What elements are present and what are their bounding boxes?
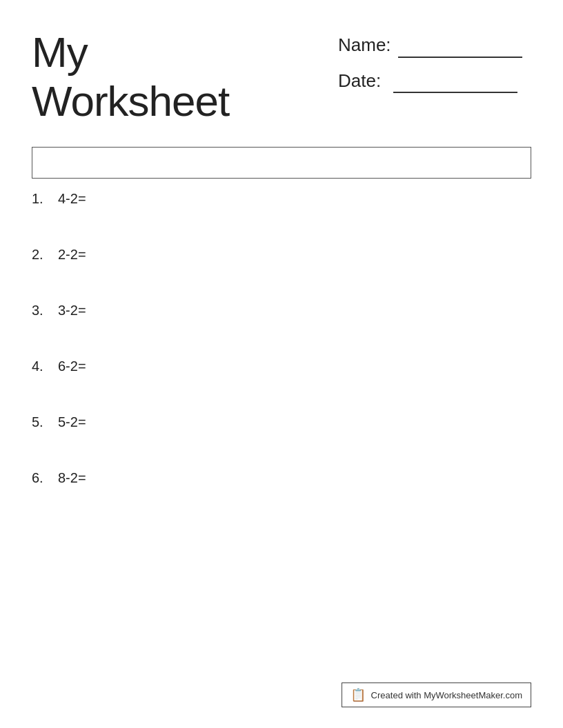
problem-item: 3.3-2= [32, 303, 531, 318]
title-line2: Worksheet [32, 77, 229, 125]
footer: 📋 Created with MyWorksheetMaker.com [342, 682, 531, 707]
problem-number: 1. [32, 191, 52, 207]
problem-equation: 4-2= [58, 191, 86, 207]
problem-item: 2.2-2= [32, 247, 531, 263]
header: My Worksheet Name: Date: [32, 28, 531, 126]
problem-item: 1.4-2= [32, 191, 531, 207]
date-input[interactable] [393, 74, 517, 93]
problem-equation: 8-2= [58, 470, 86, 486]
problem-equation: 3-2= [58, 303, 86, 318]
problem-equation: 6-2= [58, 358, 86, 374]
problem-item: 5.5-2= [32, 414, 531, 430]
worksheet-page: My Worksheet Name: Date: 1.4-2=2.2-2=3.3… [0, 0, 563, 728]
problem-number: 4. [32, 358, 52, 374]
name-date-section: Name: Date: [338, 34, 531, 93]
problem-number: 6. [32, 470, 52, 486]
problem-number: 2. [32, 247, 52, 263]
footer-text: Created with MyWorksheetMaker.com [371, 690, 522, 700]
title-line1: My [32, 28, 88, 76]
worksheet-title: My Worksheet [32, 28, 229, 126]
date-label: Date: [338, 70, 386, 92]
footer-icon: 📋 [350, 687, 366, 702]
problem-item: 4.6-2= [32, 358, 531, 374]
problem-number: 3. [32, 303, 52, 318]
problem-equation: 5-2= [58, 414, 86, 430]
problem-equation: 2-2= [58, 247, 86, 263]
date-row: Date: [338, 70, 531, 94]
instructions-box[interactable] [32, 147, 531, 179]
problems-list: 1.4-2=2.2-2=3.3-2=4.6-2=5.5-2=6.8-2= [32, 191, 531, 486]
name-row: Name: [338, 34, 531, 58]
problem-number: 5. [32, 414, 52, 430]
problem-item: 6.8-2= [32, 470, 531, 486]
name-label: Name: [338, 34, 391, 56]
name-input[interactable] [398, 39, 522, 58]
